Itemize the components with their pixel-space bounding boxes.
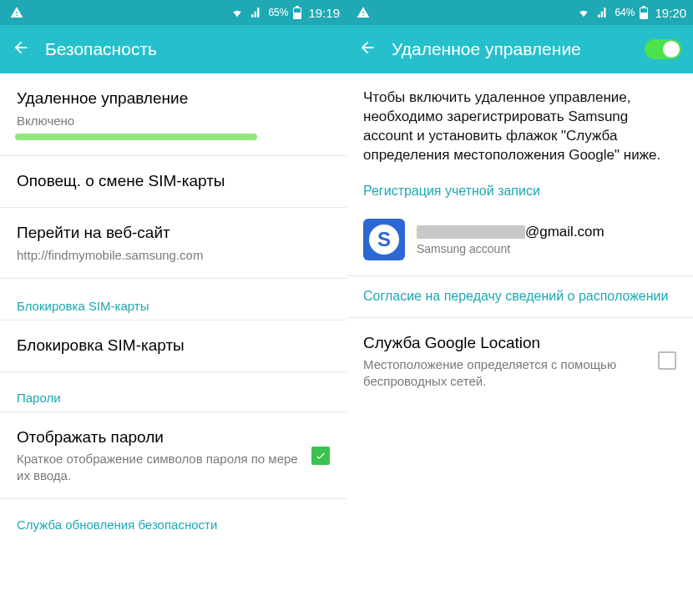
app-bar: Удаленное управление (346, 25, 693, 73)
item-google-location[interactable]: Служба Google Location Местоположение оп… (346, 318, 693, 405)
item-title: Служба Google Location (363, 333, 650, 354)
content: Чтобы включить удаленное управление, нео… (346, 73, 693, 404)
status-bar: 65% 19:19 (0, 0, 346, 25)
highlight-bar (15, 134, 257, 140)
item-remote-control[interactable]: Удаленное управление Включено (0, 73, 346, 156)
toggle-remote-control[interactable] (645, 39, 681, 59)
checkbox-google-location[interactable] (658, 351, 676, 370)
item-sim-lock[interactable]: Блокировка SIM-карты (0, 321, 346, 372)
svg-rect-2 (294, 8, 301, 13)
status-time: 19:20 (655, 6, 686, 20)
account-text: @gmail.com Samsung account (417, 224, 604, 255)
screen-remote-control: 64% 19:20 Удаленное управление Чтобы вкл… (346, 0, 693, 616)
item-subtitle: http://findmymobile.samsung.com (17, 247, 330, 264)
item-title: Оповещ. о смене SIM-карты (17, 171, 330, 192)
account-label: Samsung account (417, 242, 604, 255)
page-title: Удаленное управление (392, 39, 630, 59)
samsung-account-icon: S (363, 219, 405, 260)
item-subtitle: Краткое отображение символов пароля по м… (17, 451, 303, 483)
page-title: Безопасность (45, 39, 335, 59)
svg-rect-1 (296, 6, 299, 8)
svg-rect-4 (642, 6, 645, 8)
link-security-update[interactable]: Служба обновления безопасности (0, 499, 346, 538)
warning-icon (10, 6, 23, 19)
battery-percent: 65% (268, 7, 288, 18)
signal-icon (250, 7, 263, 18)
item-show-passwords[interactable]: Отображать пароли Краткое отображение си… (0, 412, 346, 500)
item-sim-alert[interactable]: Оповещ. о смене SIM-карты (0, 156, 346, 208)
wifi-icon (230, 7, 245, 18)
battery-icon (640, 6, 648, 19)
item-website[interactable]: Перейти на веб-сайт http://findmymobile.… (0, 208, 346, 279)
screen-security: 65% 19:19 Безопасность Удаленное управле… (0, 0, 346, 616)
warning-icon (357, 6, 370, 19)
section-sim-lock: Блокировка SIM-карты (0, 279, 346, 321)
svg-rect-5 (640, 8, 647, 13)
item-subtitle: Включено (17, 113, 330, 129)
item-title: Блокировка SIM-карты (17, 336, 330, 356)
section-passwords: Пароли (0, 372, 346, 412)
checkbox-show-passwords[interactable] (311, 447, 330, 465)
link-location-consent[interactable]: Согласие на передачу сведений о располож… (346, 276, 693, 318)
item-title: Отображать пароли (17, 427, 303, 448)
account-row[interactable]: S @gmail.com Samsung account (346, 214, 693, 276)
wifi-icon (576, 7, 591, 18)
battery-percent: 64% (615, 7, 635, 18)
redacted-email (417, 225, 525, 239)
battery-icon (293, 6, 301, 19)
email-suffix: @gmail.com (525, 224, 604, 240)
link-register-account[interactable]: Регистрация учетной записи (346, 179, 693, 214)
item-title: Удаленное управление (17, 88, 330, 109)
status-time: 19:19 (308, 6, 340, 20)
status-bar: 64% 19:20 (346, 0, 693, 25)
back-button[interactable] (12, 38, 30, 60)
signal-icon (596, 7, 610, 18)
info-text: Чтобы включить удаленное управление, нео… (346, 73, 693, 179)
settings-list: Удаленное управление Включено Оповещ. о … (0, 73, 346, 538)
item-title: Перейти на веб-сайт (17, 223, 330, 244)
item-subtitle: Местоположение определяется с помощью бе… (363, 356, 650, 389)
back-button[interactable] (358, 38, 377, 60)
app-bar: Безопасность (0, 25, 346, 73)
